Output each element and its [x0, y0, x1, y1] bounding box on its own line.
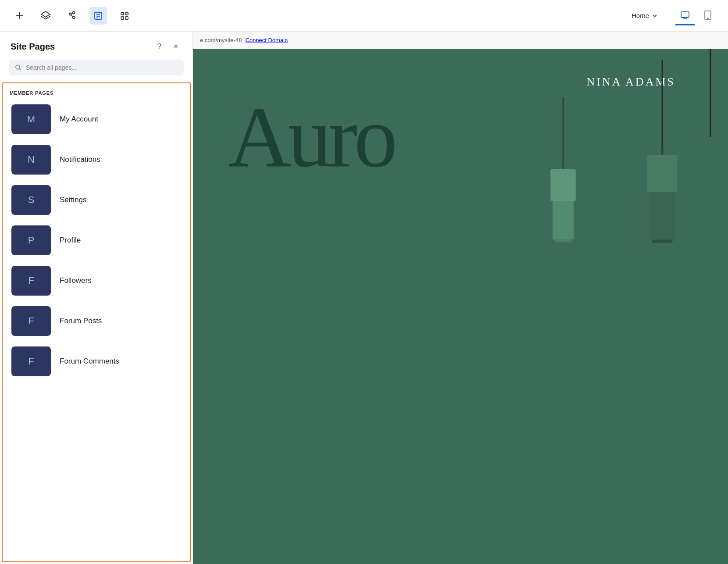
lamp-svg-right — [623, 49, 702, 347]
svg-rect-16 — [681, 12, 689, 18]
hero-canvas: NINA ADAMS Auro — [193, 49, 728, 564]
toolbar-left — [11, 7, 614, 25]
page-thumbnail-notifications: N — [11, 145, 51, 175]
svg-rect-15 — [125, 17, 128, 19]
sidebar-header-actions: ? × — [153, 40, 182, 53]
sidebar-title: Site Pages — [11, 42, 55, 52]
page-name-profile: Profile — [60, 236, 81, 245]
search-input-wrap — [9, 60, 184, 75]
main-area: Site Pages ? × MEMBER PAGES M My Account — [0, 32, 728, 564]
toolbar: Home — [0, 0, 728, 32]
svg-rect-14 — [121, 17, 124, 19]
pages-icon[interactable] — [89, 7, 107, 25]
svg-line-22 — [19, 68, 21, 70]
svg-line-6 — [71, 13, 72, 14]
member-pages-section: MEMBER PAGES M My Account N Notification… — [2, 82, 191, 562]
svg-rect-30 — [550, 169, 576, 201]
svg-marker-2 — [41, 11, 50, 17]
page-thumbnail-settings: S — [11, 185, 51, 215]
page-name-settings: Settings — [60, 196, 86, 204]
page-thumbnail-forumposts: F — [11, 306, 51, 336]
list-item[interactable]: M My Account — [10, 103, 183, 136]
page-thumbnail-myaccount: M — [11, 104, 51, 134]
svg-rect-13 — [125, 12, 128, 15]
page-name-followers: Followers — [60, 276, 92, 285]
search-container — [0, 60, 193, 82]
page-selector[interactable]: Home — [625, 8, 665, 23]
home-dropdown[interactable]: Home — [625, 8, 665, 23]
hero-title: Auro — [228, 93, 394, 181]
svg-rect-32 — [555, 239, 571, 242]
sidebar: Site Pages ? × MEMBER PAGES M My Account — [0, 32, 193, 564]
list-item[interactable]: P Profile — [10, 224, 183, 257]
help-button[interactable]: ? — [153, 40, 165, 53]
page-thumbnail-profile: P — [11, 225, 51, 255]
search-input[interactable] — [26, 64, 178, 71]
lamp-svg-topright — [693, 49, 728, 137]
url-text: e.com/mysite-48 — [200, 37, 242, 43]
list-item[interactable]: F Followers — [10, 264, 183, 297]
list-item[interactable]: F Forum Posts — [10, 304, 183, 338]
mobile-view-button[interactable] — [698, 6, 717, 25]
list-item[interactable]: S Settings — [10, 183, 183, 217]
search-icon — [15, 64, 21, 71]
share-icon[interactable] — [63, 7, 81, 25]
page-thumbnail-followers: F — [11, 266, 51, 296]
svg-line-7 — [71, 14, 72, 17]
grid-icon[interactable] — [116, 7, 133, 25]
address-bar: e.com/mysite-48 Connect Domain — [193, 32, 728, 49]
sidebar-header: Site Pages ? × — [0, 32, 193, 60]
view-toggle — [675, 6, 717, 25]
svg-rect-27 — [652, 240, 673, 243]
lamp-svg-left — [535, 49, 605, 391]
page-name-notifications: Notifications — [60, 155, 100, 164]
page-name-forumposts: Forum Posts — [60, 317, 102, 325]
svg-rect-12 — [121, 12, 124, 15]
page-name-forumcomments: Forum Comments — [60, 357, 119, 366]
list-item[interactable]: F Forum Comments — [10, 345, 183, 378]
layers-icon[interactable] — [37, 7, 54, 25]
close-button[interactable]: × — [170, 40, 182, 53]
section-label: MEMBER PAGES — [10, 90, 183, 96]
home-label: Home — [632, 12, 649, 19]
svg-point-20 — [707, 18, 708, 19]
desktop-view-button[interactable] — [675, 6, 695, 25]
svg-rect-31 — [553, 201, 574, 239]
connect-domain-link[interactable]: Connect Domain — [245, 37, 288, 43]
page-name-myaccount: My Account — [60, 115, 98, 124]
preview-area: e.com/mysite-48 Connect Domain NINA ADAM… — [193, 32, 728, 564]
svg-rect-26 — [649, 193, 675, 240]
svg-rect-25 — [647, 155, 677, 193]
page-thumbnail-forumcomments: F — [11, 346, 51, 376]
svg-point-4 — [73, 11, 75, 14]
add-button[interactable] — [11, 7, 28, 25]
list-item[interactable]: N Notifications — [10, 143, 183, 176]
